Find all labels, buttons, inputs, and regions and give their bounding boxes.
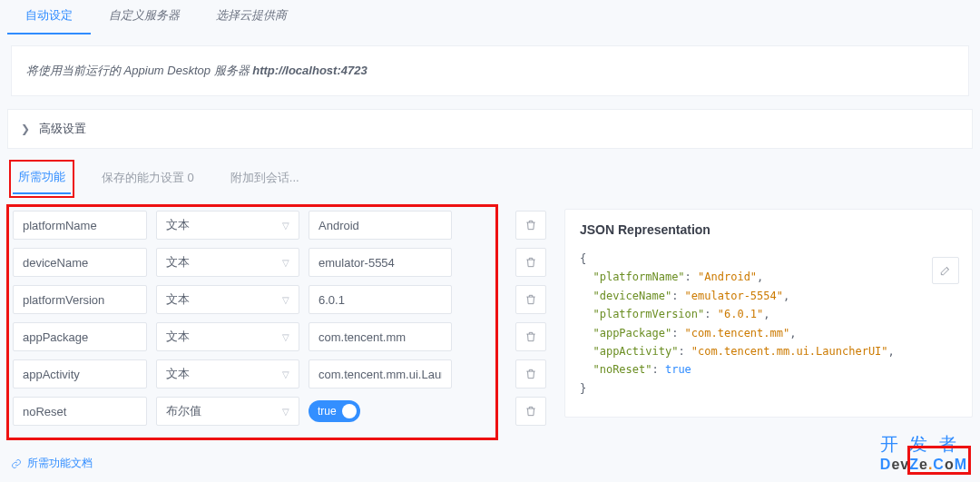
server-info-prefix: 将使用当前运行的 Appium Desktop 服务器 <box>26 64 252 77</box>
watermark-en: DevZe.CoM <box>880 457 967 473</box>
chevron-right-icon: ❯ <box>21 123 30 135</box>
chevron-down-icon: ▽ <box>282 295 289 305</box>
server-info-banner: 将使用当前运行的 Appium Desktop 服务器 http://local… <box>11 45 969 96</box>
cap-name-input[interactable]: platformName <box>13 211 147 240</box>
chevron-down-icon: ▽ <box>282 407 289 417</box>
toggle-label: true <box>318 405 337 418</box>
delete-column <box>515 205 546 426</box>
cap-bool-toggle[interactable]: true <box>309 400 360 422</box>
cap-name-input[interactable]: appActivity <box>13 359 147 389</box>
delete-row-button[interactable] <box>515 397 546 426</box>
delete-row-button[interactable] <box>515 211 546 240</box>
cap-type-select[interactable]: 文本▽ <box>156 248 299 277</box>
delete-row-button[interactable] <box>515 359 546 389</box>
delete-row-button[interactable] <box>515 322 546 351</box>
advanced-settings-label: 高级设置 <box>39 121 86 137</box>
toggle-knob <box>342 404 357 418</box>
cap-value-input[interactable] <box>309 322 452 351</box>
subtab-saved-caps[interactable]: 保存的能力设置 0 <box>96 164 200 193</box>
cap-row: platformName 文本▽ <box>13 211 492 240</box>
cap-row: appPackage 文本▽ <box>13 322 492 351</box>
cap-value-input[interactable] <box>309 248 452 277</box>
cap-name-input[interactable]: appPackage <box>13 322 147 351</box>
tab-auto[interactable]: 自动设定 <box>7 0 91 34</box>
cap-name-input[interactable]: deviceName <box>13 248 147 277</box>
subtab-attach-session[interactable]: 附加到会话... <box>225 164 305 193</box>
cap-type-select[interactable]: 文本▽ <box>156 322 299 351</box>
cap-value-input[interactable] <box>309 211 452 240</box>
chevron-down-icon: ▽ <box>282 332 289 342</box>
server-info-url: http://localhost:4723 <box>252 64 367 77</box>
capabilities-form: platformName 文本▽ deviceName 文本▽ platform… <box>7 205 497 439</box>
cap-type-select[interactable]: 文本▽ <box>156 359 299 389</box>
tab-custom-server[interactable]: 自定义服务器 <box>91 0 198 34</box>
watermark-cn: 开发者 <box>880 432 967 457</box>
cap-row: appActivity 文本▽ <box>13 359 492 389</box>
subtab-desired-caps[interactable]: 所需功能 <box>13 163 71 194</box>
cap-type-select[interactable]: 文本▽ <box>156 211 299 240</box>
cap-type-select[interactable]: 布尔值▽ <box>156 397 299 426</box>
tab-cloud-provider[interactable]: 选择云提供商 <box>198 0 305 34</box>
delete-row-button[interactable] <box>515 285 546 314</box>
link-icon <box>11 458 22 469</box>
delete-row-button[interactable] <box>515 248 546 277</box>
json-code: { "platformName": "Android", "deviceName… <box>580 250 957 398</box>
cap-row: noReset 布尔值▽ true <box>13 397 492 426</box>
cap-value-input[interactable] <box>309 359 452 389</box>
caps-docs-link[interactable]: 所需功能文档 <box>11 456 93 471</box>
cap-row: platformVersion 文本▽ <box>13 285 492 314</box>
cap-value-input[interactable] <box>309 285 452 314</box>
cap-row: deviceName 文本▽ <box>13 248 492 277</box>
edit-json-button[interactable] <box>932 257 959 284</box>
top-tabs: 自动设定 自定义服务器 选择云提供商 <box>0 0 980 34</box>
chevron-down-icon: ▽ <box>282 221 289 231</box>
chevron-down-icon: ▽ <box>282 369 289 379</box>
advanced-settings-toggle[interactable]: ❯ 高级设置 <box>7 109 973 149</box>
json-panel: JSON Representation { "platformName": "A… <box>564 209 973 418</box>
chevron-down-icon: ▽ <box>282 258 289 268</box>
cap-name-input[interactable]: noReset <box>13 397 147 426</box>
subtabs: 所需功能 保存的能力设置 0 附加到会话... <box>4 162 980 202</box>
cap-name-input[interactable]: platformVersion <box>13 285 147 314</box>
json-title: JSON Representation <box>580 222 957 237</box>
watermark: 开发者 DevZe.CoM <box>880 432 967 473</box>
cap-type-select[interactable]: 文本▽ <box>156 285 299 314</box>
caps-docs-label: 所需功能文档 <box>27 456 93 471</box>
